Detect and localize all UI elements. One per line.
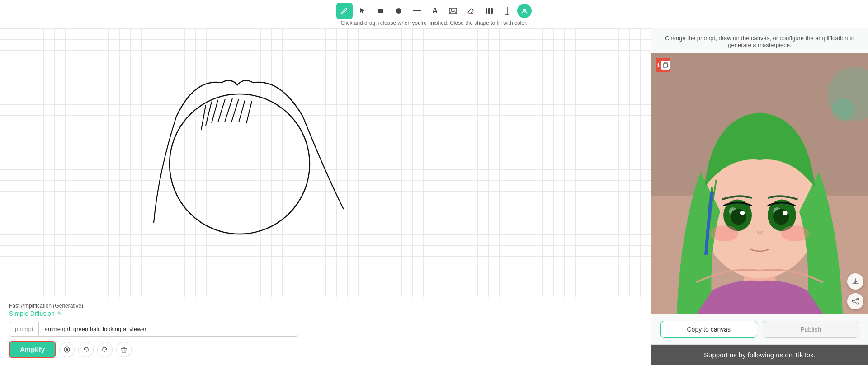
copy-icon-badge: [661, 61, 670, 70]
image-badge: 1: [656, 58, 670, 72]
prompt-input[interactable]: [39, 322, 298, 336]
rectangle-tool-button[interactable]: [373, 3, 389, 19]
text-tool-button[interactable]: A: [427, 3, 443, 19]
svg-point-28: [710, 225, 738, 241]
svg-rect-6: [488, 8, 490, 14]
svg-rect-7: [491, 8, 493, 14]
deco-circle-small: [832, 98, 854, 121]
pen-tool-button[interactable]: [336, 3, 353, 19]
svg-point-29: [781, 225, 810, 241]
image-container: 1: [651, 53, 868, 314]
image-action-buttons: [847, 273, 863, 309]
badge-number: 1: [657, 62, 660, 69]
svg-rect-30: [663, 64, 667, 67]
library-tool-button[interactable]: [481, 3, 497, 19]
svg-point-1: [396, 8, 401, 14]
simple-diffusion-row: Simple Diffusion ✎: [9, 310, 642, 317]
canvas-area[interactable]: Fast Amplification (Generative) Simple D…: [0, 28, 651, 365]
share-image-button[interactable]: [847, 293, 863, 309]
tiktok-text: Support us by following us on TikTok.: [704, 351, 816, 359]
toolbar-icons: A: [336, 3, 532, 19]
toolbar-hint: Click and drag, release when you're fini…: [340, 20, 527, 26]
svg-point-26: [740, 211, 745, 215]
prompt-label: prompt: [9, 322, 39, 336]
image-tool-button[interactable]: [445, 3, 461, 19]
user-tool-button[interactable]: [517, 4, 532, 18]
svg-point-11: [523, 9, 526, 11]
amplify-button[interactable]: Amplify: [9, 341, 56, 358]
copy-to-canvas-button[interactable]: Copy to canvas: [660, 321, 757, 338]
main-layout: Fast Amplification (Generative) Simple D…: [0, 28, 868, 365]
svg-rect-2: [413, 10, 421, 11]
prompt-row: prompt: [9, 322, 298, 337]
fast-amp-label: Fast Amplification (Generative): [9, 303, 642, 309]
model-name: Simple Diffusion: [9, 310, 55, 317]
actions-row: Amplify: [9, 341, 642, 358]
svg-point-32: [852, 300, 854, 302]
cursor-text-tool-button[interactable]: [499, 3, 515, 19]
svg-point-27: [783, 211, 787, 215]
right-panel: Change the prompt, draw on the canvas, o…: [651, 28, 868, 365]
svg-point-33: [857, 303, 859, 304]
download-image-button[interactable]: [847, 273, 863, 290]
line-tool-button[interactable]: [409, 3, 425, 19]
eraser-tool-button[interactable]: [463, 3, 479, 19]
right-panel-header: Change the prompt, draw on the canvas, o…: [651, 28, 868, 53]
toolbar: A: [0, 0, 868, 28]
redo-button[interactable]: [97, 342, 113, 357]
tiktok-banner: Support us by following us on TikTok.: [651, 345, 868, 365]
select-tool-button[interactable]: [354, 3, 371, 19]
clear-canvas-button[interactable]: [116, 342, 132, 357]
edit-model-icon[interactable]: ✎: [57, 310, 62, 317]
svg-line-35: [854, 302, 857, 303]
undo-button[interactable]: [78, 342, 94, 357]
svg-line-34: [854, 299, 857, 301]
svg-rect-5: [486, 8, 487, 14]
bottom-panel: Fast Amplification (Generative) Simple D…: [0, 297, 651, 365]
svg-point-31: [857, 298, 859, 300]
copy-publish-row: Copy to canvas Publish: [651, 314, 868, 345]
svg-point-13: [66, 348, 68, 351]
brush-settings-button[interactable]: [59, 342, 75, 357]
svg-point-12: [170, 94, 310, 234]
svg-point-4: [451, 9, 452, 11]
circle-tool-button[interactable]: [391, 3, 407, 19]
svg-rect-0: [378, 9, 383, 13]
publish-button[interactable]: Publish: [763, 321, 859, 338]
